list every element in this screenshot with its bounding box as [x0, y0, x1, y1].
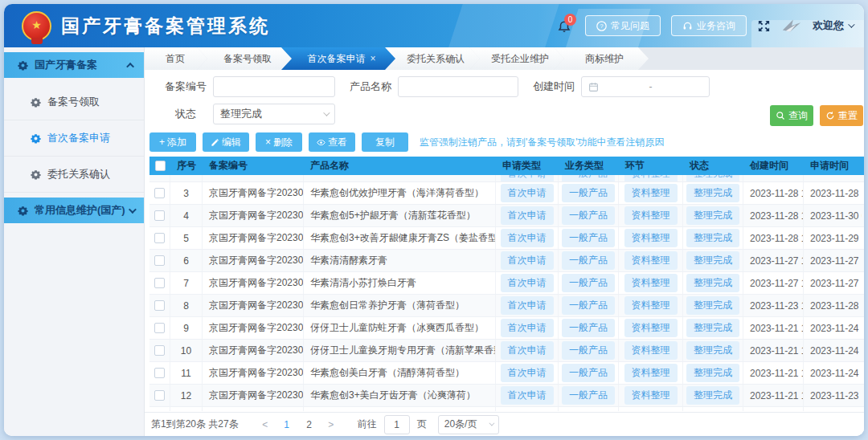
- tab-record-number[interactable]: 备案号领取: [197, 47, 292, 70]
- sidebar-item-record-number[interactable]: 备案号领取: [4, 84, 144, 120]
- page-size-select[interactable]: 20条/页: [438, 415, 499, 434]
- table-header: 序号 备案编号 产品名称 申请类型 业务类型 环节 状态 创建时间 申请时间: [149, 157, 864, 175]
- table-row[interactable]: 13 京国牙膏网备字2023000189 华素愈创日常防蛀儿童牙膏（水蜜桃香型）…: [149, 407, 864, 411]
- tab-entrusted-company[interactable]: 受托企业维护: [469, 47, 564, 70]
- row-checkbox[interactable]: [154, 278, 165, 288]
- table-row[interactable]: 11 京国牙膏网备字2023000045 华素愈创美白牙膏（清醇薄荷香型） 首次…: [149, 362, 864, 385]
- view-button[interactable]: 查看: [309, 132, 355, 152]
- cell-status: 整理完成: [683, 340, 743, 361]
- page-number-2[interactable]: 2: [300, 419, 319, 430]
- cell-applied-time: 2023-11-24 1...: [804, 362, 862, 384]
- record-no-label: 备案编号: [165, 76, 207, 97]
- cell-seq: 11: [170, 362, 203, 384]
- copy-button[interactable]: 复制: [362, 132, 408, 152]
- sidebar-item-common-info[interactable]: 常用信息维护(国产): [4, 198, 144, 223]
- cell-stage: 资料整理: [619, 407, 683, 411]
- cell-seq: 10: [170, 340, 203, 361]
- cell-biz-type: 一般产品: [559, 385, 619, 406]
- tab-trademark[interactable]: 商标维护: [554, 47, 649, 70]
- table-row[interactable]: 9 京国牙膏网备字2023000037 伢伢卫士儿童防蛀牙膏（冰爽西瓜香型） 首…: [149, 317, 864, 340]
- cell-product-name: [304, 175, 496, 181]
- add-button[interactable]: + 添加: [149, 132, 196, 152]
- notification-count-badge: 0: [564, 14, 576, 26]
- edit-button[interactable]: 编辑: [203, 132, 249, 152]
- cell-apply-type: 首次申请: [496, 362, 559, 384]
- goto-page-input[interactable]: [384, 415, 410, 434]
- row-checkbox[interactable]: [154, 300, 165, 311]
- table-row[interactable]: 12 京国牙膏网备字2023000059 华素愈创3+美白牙齿牙膏（沁爽薄荷） …: [149, 385, 864, 407]
- status-badge: 整理完成: [686, 274, 739, 292]
- cell-applied-time: 2023-11-24 1...: [804, 317, 862, 339]
- biz-type-badge: 一般产品: [562, 364, 615, 382]
- tab-home[interactable]: 首页: [145, 47, 207, 70]
- status-select[interactable]: 整理完成: [213, 104, 335, 124]
- apply-type-badge: 首次申请: [501, 206, 554, 225]
- cell-applied-time: 2023-11-23 1...: [804, 385, 862, 406]
- reset-button[interactable]: 重置: [820, 105, 863, 126]
- row-checkbox-cell: [149, 407, 170, 411]
- table-row[interactable]: 5 京国牙膏网备字2023000030 华素愈创3+改善牙龈健康牙膏ZS（姜盐香…: [149, 227, 864, 250]
- faq-button[interactable]: 常见问题: [585, 15, 661, 36]
- table-row[interactable]: 3 京国牙膏网备字2023000042 华素愈创优效护理牙膏（海洋薄荷香型） 首…: [149, 182, 864, 205]
- cell-apply-type: 首次申请: [496, 340, 559, 361]
- row-checkbox[interactable]: [154, 233, 165, 243]
- cell-status: 整理完成: [683, 317, 743, 339]
- table-row[interactable]: 7 京国牙膏网备字2023000199 华素清清小苏打焕白牙膏 首次申请 一般产…: [149, 272, 864, 295]
- cell-applied-time: 2023-11-29 1...: [804, 227, 862, 249]
- cell-status: 整理完成: [683, 295, 743, 316]
- cell-record-no: 京国牙膏网备字2023000189: [203, 407, 304, 411]
- cell-created-time: 2023-11-28 1...: [743, 227, 804, 249]
- cell-stage: 资料整理: [619, 317, 683, 339]
- tab-entrust-confirm[interactable]: 委托关系确认: [385, 47, 480, 70]
- table-row[interactable]: 6 京国牙膏网备字2023000197 华素清清酵素牙膏 首次申请 一般产品 资…: [149, 250, 864, 272]
- close-tab-icon[interactable]: ×: [370, 53, 375, 64]
- delete-button[interactable]: × 删除: [256, 132, 302, 152]
- create-time-range-input[interactable]: -: [581, 76, 710, 97]
- query-button[interactable]: 查询: [770, 105, 813, 126]
- row-checkbox[interactable]: [154, 255, 165, 266]
- cell-status: 整理完成: [683, 175, 743, 181]
- row-checkbox-cell: [149, 250, 170, 271]
- cell-record-no: 京国牙膏网备字2023000030: [203, 227, 304, 249]
- cell-seq: 3: [170, 182, 203, 204]
- row-checkbox[interactable]: [154, 323, 165, 333]
- biz-type-badge: 一般产品: [562, 341, 615, 360]
- cell-record-no: 京国牙膏网备字2023000037: [203, 317, 304, 339]
- sidebar-item-entrust-confirm[interactable]: 委托关系确认: [4, 157, 144, 193]
- column-header: 备案编号: [203, 159, 304, 173]
- row-checkbox[interactable]: [154, 345, 165, 356]
- page-number-1[interactable]: 1: [277, 419, 297, 430]
- record-no-input[interactable]: [213, 76, 335, 97]
- cell-stage: 资料整理: [619, 175, 683, 181]
- fullscreen-icon[interactable]: [757, 19, 771, 33]
- tab-first-application[interactable]: 首次备案申请 ×: [281, 47, 395, 70]
- user-menu[interactable]: 欢迎您: [813, 18, 853, 33]
- table-row[interactable]: 8 京国牙膏网备字2023000036 华素愈创日常养护牙膏（薄荷香型） 首次申…: [149, 295, 864, 317]
- row-checkbox-cell: [149, 175, 170, 181]
- cell-seq: 8: [170, 295, 203, 316]
- cell-product-name: 华素愈创3+美白牙齿牙膏（沁爽薄荷）: [304, 385, 496, 406]
- status-badge: 整理完成: [686, 386, 739, 405]
- table-row[interactable]: 首次申请 一般产品 资料整理 整理完成: [149, 175, 864, 182]
- table-row[interactable]: 10 京国牙膏网备字2023000035 伢伢卫士儿童换牙期专用牙膏（清新苹果香…: [149, 340, 864, 362]
- magnifier-icon: [776, 111, 785, 120]
- next-page-button[interactable]: >: [322, 419, 340, 430]
- apply-type-badge: 首次申请: [501, 251, 554, 270]
- row-checkbox[interactable]: [154, 188, 165, 198]
- table-row[interactable]: 4 京国牙膏网备字2023000046 华素愈创5+护龈牙膏（清新莲花香型） 首…: [149, 205, 864, 227]
- column-header: 申请时间: [804, 159, 862, 173]
- notification-bell[interactable]: 0: [557, 16, 575, 35]
- select-all-checkbox[interactable]: [155, 161, 166, 171]
- row-checkbox[interactable]: [154, 368, 165, 378]
- stage-badge: 资料整理: [624, 206, 678, 225]
- apply-type-badge: 首次申请: [501, 175, 554, 181]
- header-actions: 0 常见问题 业务咨询 欢迎您: [557, 4, 853, 47]
- prev-page-button[interactable]: <: [256, 419, 274, 430]
- cell-stage: 资料整理: [619, 205, 683, 226]
- consult-button[interactable]: 业务咨询: [671, 15, 747, 36]
- product-name-input[interactable]: [398, 76, 518, 97]
- row-checkbox[interactable]: [154, 210, 165, 221]
- sidebar-item-toothpaste-registration[interactable]: 国产牙膏备案: [4, 52, 144, 78]
- row-checkbox[interactable]: [154, 390, 165, 401]
- sidebar-item-first-application[interactable]: 首次备案申请: [4, 120, 144, 157]
